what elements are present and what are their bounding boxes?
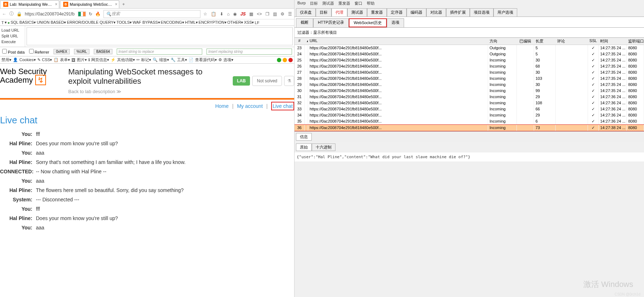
menu-xss[interactable]: XSS▾ [244, 20, 254, 25]
hex-tab[interactable]: 十六进制 [312, 143, 335, 151]
search-input[interactable]: 🔍 搜索 [103, 10, 200, 18]
flag-icon[interactable] [78, 12, 86, 17]
tb-mark[interactable]: 标记▾ [141, 57, 151, 63]
col-url[interactable]: URL [308, 38, 488, 45]
replace-from[interactable]: Insert string to replace [117, 49, 202, 55]
tb-forms[interactable]: 表单▾ [60, 57, 70, 63]
col-port[interactable]: 监听端口 [627, 38, 644, 45]
tb-source[interactable]: 查看源代码▾ [195, 57, 217, 63]
tag-icon[interactable]: <> [257, 12, 262, 17]
star-icon[interactable]: ☆ [203, 12, 207, 17]
url-button[interactable]: %URL [74, 49, 89, 54]
burp-tab[interactable]: 用户选项 [494, 8, 517, 17]
grid-icon[interactable]: ▦ [249, 12, 253, 17]
home-icon[interactable]: ⌂ [227, 12, 230, 17]
grid-row[interactable]: 28https://0ac2008704e291fb818480e500f...… [295, 76, 644, 82]
tb-zoom[interactable]: 缩放▾ [159, 57, 169, 63]
col-len[interactable]: 长度 [534, 38, 556, 45]
link-account[interactable]: My account [237, 103, 263, 109]
tb-other[interactable]: 其他功能▾ [117, 57, 135, 63]
burp-tab[interactable]: 项目选项 [470, 8, 494, 17]
filter-bar[interactable]: 过滤器：显示所有项目 [295, 27, 644, 38]
burp-tab[interactable]: 代理 [332, 8, 347, 17]
download-icon[interactable]: ⬇ [220, 12, 223, 17]
burp-tab[interactable]: 定序器 [387, 8, 407, 17]
back-icon[interactable]: ← [2, 12, 6, 17]
info-tab[interactable]: 信息 [296, 133, 312, 141]
execute[interactable]: Execute [1, 39, 23, 45]
col-id[interactable]: # [295, 38, 305, 45]
clipboard-icon[interactable]: 📋 [211, 12, 216, 17]
bm-window[interactable]: 窗口 [355, 1, 362, 6]
menu-icon[interactable]: ☰ [288, 12, 292, 17]
book-icon[interactable]: ▥ [273, 12, 277, 17]
burp-tab[interactable]: 编码器 [407, 8, 426, 17]
burp-tab[interactable]: 重发器 [367, 8, 387, 17]
menu-tools[interactable]: TOOLS▾ [116, 20, 132, 25]
eye-icon[interactable]: ◉ [233, 12, 237, 17]
refresh-icon[interactable]: ↻ [89, 12, 92, 17]
burp-tab[interactable]: 目标 [316, 8, 332, 17]
hex-button[interactable]: 0xHEX [54, 49, 70, 54]
browser-tab-1[interactable]: B Manipulating WebSock... × [60, 0, 119, 8]
info-icon[interactable]: ⓘ [9, 11, 14, 17]
tb-options[interactable]: 选项▾ [223, 57, 233, 63]
col-edited[interactable]: 已编辑 [517, 38, 534, 45]
bm-burp[interactable]: Burp [297, 1, 306, 6]
back-link[interactable]: Back to lab description ≫ [68, 89, 121, 94]
proxy-subtab[interactable]: HTTP历史记录 [313, 18, 349, 27]
burp-tab[interactable]: 仪表盘 [296, 8, 316, 17]
col-ssl[interactable]: SSL [588, 38, 599, 45]
load-url[interactable]: Load URL [1, 27, 23, 33]
tb-tools[interactable]: 工具▾ [177, 57, 187, 63]
grid-row[interactable]: 24https://0ac2008704e291fb818480e500f...… [295, 51, 644, 57]
bm-target[interactable]: 目标 [310, 1, 318, 6]
col-comment[interactable]: 评论 [556, 38, 588, 45]
bm-repeater[interactable]: 重发器 [338, 1, 350, 6]
new-tab-button[interactable]: + [120, 2, 127, 7]
window-icon[interactable]: ❐ [265, 12, 269, 17]
grid-row[interactable]: 23https://0ac2008704e291fb818480e500f...… [295, 45, 644, 51]
proxy-subtab[interactable]: 截断 [296, 18, 313, 27]
menu-sql[interactable]: SQL BASICS▾ [10, 20, 36, 25]
referrer-check[interactable]: Referrer [29, 49, 49, 54]
grid-row[interactable]: 29https://0ac2008704e291fb818480e500f...… [295, 82, 644, 88]
grid-row[interactable]: 33https://0ac2008704e291fb818480e500f...… [295, 106, 644, 112]
proxy-subtab[interactable]: WebSocket历史 [349, 18, 387, 27]
grid-row[interactable]: 27https://0ac2008704e291fb818480e500f...… [295, 69, 644, 76]
firebug-icon[interactable]: 🔥 [95, 12, 101, 17]
grid-row[interactable]: 25https://0ac2008704e291fb818480e500f...… [295, 57, 644, 63]
grid-row[interactable]: 36https://0ac2008704e291fb818480e500f...… [295, 124, 644, 131]
bm-intruder[interactable]: 测试器 [322, 1, 334, 6]
tb-css[interactable]: CSS▾ [42, 58, 52, 62]
gear-icon[interactable]: ⚙ [281, 12, 284, 17]
hackbar-input[interactable] [27, 27, 293, 45]
menu-html[interactable]: HTML▾ [185, 20, 198, 25]
menu-waf[interactable]: WAF BYPASS▾ [133, 20, 160, 25]
col-dir[interactable]: 方向 [488, 38, 517, 45]
grid-row[interactable]: 32https://0ac2008704e291fb818480e500f...… [295, 100, 644, 106]
proxy-subtab[interactable]: 选项 [387, 18, 404, 27]
col-time[interactable]: 时间 [599, 38, 627, 45]
menu-t[interactable]: T [1, 20, 4, 25]
tb-info[interactable]: 网页信息▾ [91, 57, 109, 63]
flask-icon[interactable]: ⚗ [284, 76, 294, 86]
burp-tab[interactable]: 对比器 [426, 8, 446, 17]
link-home[interactable]: Home [215, 103, 228, 109]
bm-help[interactable]: 帮助 [367, 1, 375, 6]
grid-row[interactable]: 34https://0ac2008704e291fb818480e500f...… [295, 112, 644, 118]
grid-row[interactable]: 31https://0ac2008704e291fb818480e500f...… [295, 94, 644, 100]
b64-button[interactable]: BASE64 [94, 49, 112, 54]
tb-disable[interactable]: 禁用▾ [1, 57, 11, 63]
grid-row[interactable]: 26https://0ac2008704e291fb818480e500f...… [295, 63, 644, 69]
js-icon[interactable]: JS [240, 12, 246, 17]
postdata-check[interactable]: Post data [2, 49, 25, 54]
lock-icon[interactable]: 🔒 [17, 12, 22, 17]
split-url[interactable]: Split URL [1, 33, 23, 39]
tb-cookies[interactable]: Cookies▾ [19, 58, 36, 62]
burp-tab[interactable]: 插件扩展 [446, 8, 470, 17]
grid-row[interactable]: 35https://0ac2008704e291fb818480e500f...… [295, 118, 644, 124]
menu-enc[interactable]: ENCODING▾ [161, 20, 184, 25]
message-body[interactable]: {"user":"Hal Pline","content":"What did … [295, 152, 644, 161]
link-chat[interactable]: Live chat [271, 102, 294, 110]
